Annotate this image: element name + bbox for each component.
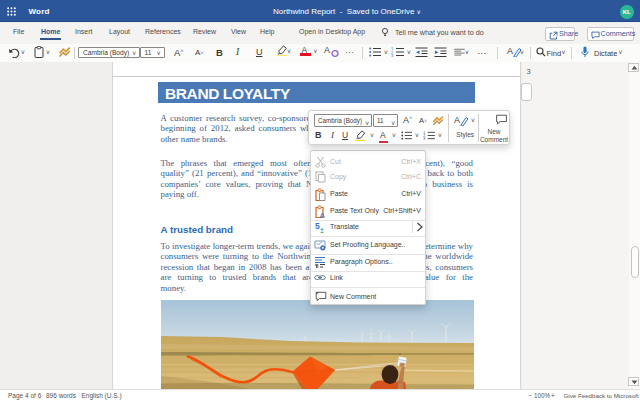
svg-text:‡: ‡	[320, 227, 324, 233]
svg-text:A: A	[320, 210, 326, 218]
svg-text:3: 3	[391, 53, 394, 57]
svg-text:3: 3	[423, 137, 425, 140]
